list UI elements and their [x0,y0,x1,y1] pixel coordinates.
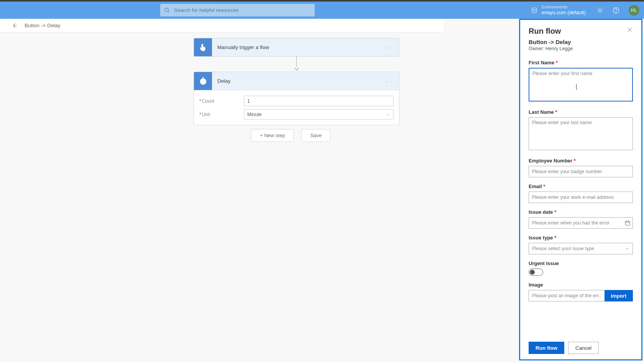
email-label: Email * [529,183,633,189]
first-name-label: First Name * [529,60,633,66]
global-search[interactable] [160,4,315,16]
clock-icon [194,72,212,90]
svg-rect-7 [625,221,630,225]
trigger-card-menu[interactable]: · · · [384,44,399,51]
delay-card-menu[interactable]: · · · [384,78,399,84]
svg-line-1 [168,11,169,12]
help-icon[interactable] [613,7,619,14]
trigger-card-title: Manually trigger a flow [212,44,384,50]
svg-point-3 [599,9,601,11]
delay-card[interactable]: Delay · · · *Count *Unit Minute [194,72,399,125]
close-icon[interactable] [627,27,633,33]
cancel-button[interactable]: Cancel [568,342,599,354]
breadcrumb-bar: Button -> Delay [0,19,444,33]
flow-arrow [296,56,297,71]
text-cursor [576,84,577,90]
panel-flow-name: Button -> Delay [529,39,633,45]
new-step-button[interactable]: + New step [251,129,294,142]
issue-type-select[interactable]: Please select your issue type [529,243,633,254]
count-input[interactable] [244,96,394,106]
svg-point-5 [616,12,616,12]
employee-number-input[interactable] [529,166,633,177]
environment-block[interactable]: Environments enayu.com (default) [542,5,586,16]
panel-owner: Owner: Henry Legge [529,46,633,51]
panel-title: Run flow [529,27,561,36]
count-label: *Count [199,98,244,104]
chevron-down-icon [625,246,629,251]
trigger-card[interactable]: Manually trigger a flow · · · [194,38,399,57]
calendar-icon[interactable] [624,220,631,226]
gear-icon[interactable] [596,7,603,14]
svg-point-0 [165,8,168,11]
top-bar: Environments enayu.com (default) HL [0,2,644,19]
email-input[interactable] [529,192,633,203]
delay-card-title: Delay [212,78,384,84]
last-name-input[interactable] [529,117,633,150]
unit-label: *Unit [199,112,244,117]
unit-select[interactable]: Minute [244,109,394,120]
run-flow-panel: Run flow Button -> Delay Owner: Henry Le… [519,19,642,360]
first-name-input[interactable] [529,68,633,102]
issue-date-input[interactable] [529,217,633,229]
urgent-toggle[interactable] [529,269,543,276]
run-flow-button[interactable]: Run flow [529,342,564,354]
environment-label: Environments [542,5,586,10]
issue-type-label: Issue type * [529,235,633,241]
import-button[interactable]: Import [605,290,633,301]
save-button[interactable]: Save [301,129,330,142]
breadcrumb-text: Button -> Delay [25,23,60,28]
search-input[interactable] [174,7,311,13]
image-input[interactable] [529,290,605,301]
environment-name: enayu.com (default) [542,10,586,16]
environment-icon [531,7,538,14]
image-label: Image [529,282,633,288]
last-name-label: Last Name * [529,109,633,115]
svg-point-2 [532,8,537,10]
issue-date-label: Issue date * [529,209,633,215]
chevron-down-icon [386,112,390,117]
back-icon[interactable] [12,23,18,29]
avatar[interactable]: HL [629,5,639,16]
search-icon [164,7,170,13]
flow-canvas: Manually trigger a flow · · · Delay · · … [0,33,443,362]
touch-icon [194,38,212,56]
employee-number-label: Employee Number * [529,158,633,164]
urgent-label: Urgent Issue [529,260,633,266]
